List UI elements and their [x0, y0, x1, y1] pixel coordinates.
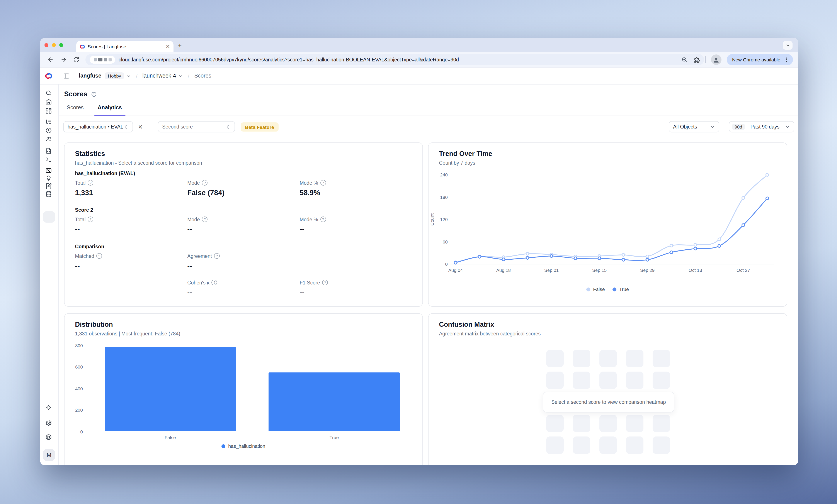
plan-badge: Hobby — [105, 72, 124, 79]
reload-icon[interactable] — [73, 57, 79, 63]
tab-scores[interactable]: Scores — [64, 102, 86, 115]
user-avatar[interactable]: M — [43, 449, 55, 461]
zoom-icon[interactable] — [681, 57, 688, 63]
maximize-window-button[interactable] — [59, 43, 63, 47]
breadcrumb: langfuse Hobby / launchweek-4 / Scores — [79, 68, 211, 84]
metric-cell: Cohen's κ?-- — [187, 280, 300, 297]
x-tick-label: Oct 27 — [736, 268, 750, 273]
y-tick-label: 180 — [440, 195, 448, 200]
profile-avatar[interactable] — [711, 54, 722, 65]
distribution-bar-chart[interactable]: 0200400600800FalseTrue — [65, 314, 423, 465]
beta-feature-badge: Beta Feature — [241, 123, 278, 132]
data-point-false — [646, 255, 649, 258]
chevron-down-icon[interactable] — [178, 73, 183, 78]
y-tick-label: 0 — [445, 262, 448, 266]
data-point-false — [718, 238, 721, 241]
help-icon: ? — [212, 280, 217, 285]
home-icon[interactable] — [45, 98, 52, 105]
metric-label: Total? — [75, 180, 187, 186]
confusion-title: Confusion Matrix — [439, 321, 494, 329]
metric-cell: Mode?False (784) — [187, 180, 300, 197]
minimize-window-button[interactable] — [52, 43, 56, 47]
url-bar[interactable]: cloud.langfuse.com/project/cmhnuoj660007… — [86, 54, 704, 66]
y-tick-label: 0 — [68, 429, 83, 434]
bar-true[interactable] — [269, 373, 400, 431]
score1-select[interactable]: has_hallucination • EVAL — [63, 121, 133, 132]
site-info-chip[interactable] — [90, 56, 115, 63]
trend-line-chart[interactable]: 060120180240CountAug 04Aug 18Sep 01Sep 1… — [429, 168, 788, 281]
evaluation-icon[interactable] — [45, 175, 52, 182]
settings-gear-icon[interactable] — [45, 419, 52, 426]
support-icon[interactable] — [45, 434, 52, 440]
datasets-icon[interactable] — [45, 183, 52, 189]
metric-cell — [300, 253, 412, 270]
scores-icon[interactable] — [45, 167, 52, 173]
legend-dot — [222, 444, 226, 448]
metric-cell: Agreement?-- — [187, 253, 300, 270]
heatmap-placeholder-cell — [653, 372, 670, 389]
extensions-icon[interactable] — [694, 56, 700, 63]
tabs-divider — [59, 115, 798, 115]
close-tab-icon[interactable]: ✕ — [166, 44, 170, 49]
data-point-true — [646, 258, 649, 261]
score2-select[interactable]: Second score — [158, 121, 235, 132]
close-window-button[interactable] — [44, 43, 48, 47]
sessions-icon[interactable] — [45, 127, 52, 133]
dashboards-icon[interactable] — [45, 107, 52, 114]
search-icon[interactable] — [45, 90, 52, 96]
legend-item-true: True — [613, 287, 629, 292]
statistics-card: Statistics has_hallucination - Select a … — [64, 143, 423, 307]
heatmap-placeholder-cell — [573, 415, 590, 432]
breadcrumb-separator: / — [136, 72, 138, 79]
y-tick-label: 800 — [68, 343, 83, 348]
prompts-icon[interactable] — [45, 147, 52, 154]
chevron-down-icon — [710, 124, 715, 129]
heatmap-placeholder-cell — [546, 415, 564, 432]
url-text: cloud.langfuse.com/project/cmhnuoj660007… — [119, 57, 678, 62]
browser-tab[interactable]: Scores | Langfuse ✕ — [76, 41, 174, 52]
heatmap-placeholder-cell — [626, 436, 643, 454]
browser-window: Scores | Langfuse ✕ + cloud.langfuse.com… — [40, 38, 798, 465]
bar-false[interactable] — [105, 347, 236, 431]
date-range-select[interactable]: 90d Past 90 days — [729, 121, 794, 132]
database-icon[interactable] — [45, 191, 52, 197]
back-icon[interactable] — [47, 56, 54, 63]
trend-subtitle: Count by 7 days — [439, 160, 475, 166]
heatmap-placeholder-cell — [600, 350, 617, 367]
chevron-down-icon[interactable] — [126, 73, 131, 78]
breadcrumb-page: Scores — [194, 73, 211, 79]
chevron-down-icon — [785, 124, 790, 129]
whats-new-icon[interactable] — [45, 404, 52, 411]
heatmap-placeholder-cell — [626, 372, 643, 389]
heatmap-placeholder-cell — [653, 436, 670, 454]
metric-label: Mode %? — [300, 217, 412, 222]
breadcrumb-org[interactable]: langfuse — [79, 73, 101, 79]
x-axis-line — [89, 431, 409, 432]
metric-value: -- — [75, 262, 187, 270]
tab-analytics[interactable]: Analytics — [95, 102, 124, 115]
help-icon: ? — [320, 180, 326, 186]
tab-search-button[interactable] — [783, 41, 793, 50]
sidebar-toggle-icon[interactable] — [63, 73, 70, 79]
users-icon[interactable] — [45, 136, 52, 142]
kebab-menu-icon[interactable]: ⋮ — [784, 57, 789, 63]
clear-score-button[interactable]: ✕ — [136, 122, 145, 132]
help-icon: ? — [88, 180, 93, 186]
metric-label: Mode %? — [300, 180, 412, 186]
data-point-true — [622, 258, 625, 261]
metric-value: -- — [187, 225, 300, 234]
heatmap-placeholder-cell — [626, 350, 643, 367]
help-icon: ? — [202, 217, 208, 222]
forward-icon[interactable] — [60, 56, 67, 63]
new-tab-button[interactable]: + — [178, 42, 182, 49]
y-tick-label: 600 — [68, 365, 83, 370]
playground-icon[interactable] — [45, 156, 52, 163]
data-point-true — [454, 261, 457, 264]
heatmap-placeholder-cell — [653, 350, 670, 367]
object-type-select[interactable]: All Objects — [669, 121, 719, 132]
y-tick-label: 120 — [440, 217, 448, 222]
tracing-icon[interactable] — [45, 118, 52, 125]
breadcrumb-project[interactable]: launchweek-4 — [142, 73, 176, 79]
new-chrome-button[interactable]: New Chrome available ⋮ — [727, 54, 793, 66]
data-point-false — [766, 173, 769, 176]
